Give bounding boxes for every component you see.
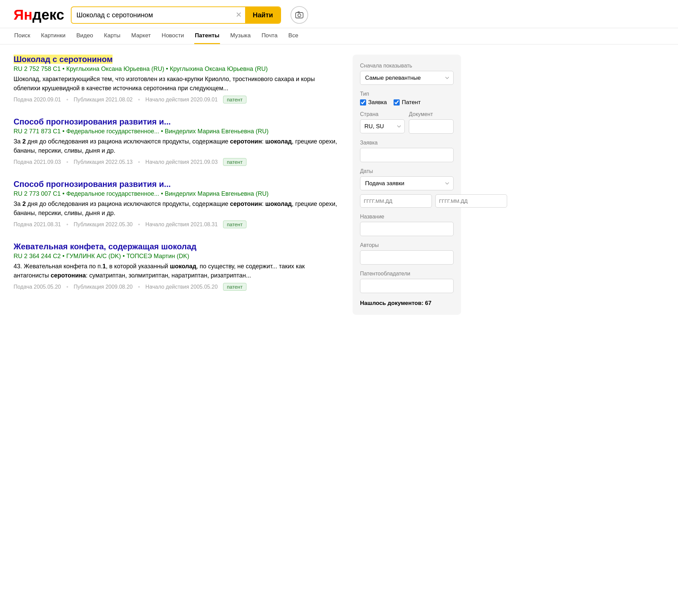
- tab-news[interactable]: Новости: [161, 28, 185, 44]
- meta-bullet-2: •: [138, 284, 140, 290]
- type-checkbox-patent[interactable]: Патент: [394, 99, 421, 106]
- result-title[interactable]: Шоколад с серотонином: [14, 55, 339, 64]
- patent-badge: патент: [223, 220, 246, 228]
- type-checkboxes: Заявка Патент: [360, 99, 454, 106]
- meta-active: Начало действия 2020.09.01: [145, 97, 218, 103]
- application-label: Заявка: [360, 140, 454, 146]
- patent-id-line: RU 2 752 758 C1 • Круглыхина Оксана Юрье…: [14, 65, 339, 73]
- meta-submission: Подача 2020.09.01: [14, 97, 61, 103]
- image-search-button[interactable]: [291, 6, 308, 24]
- result-snippet: Шоколад, характеризующийся тем, что изго…: [14, 75, 339, 93]
- meta-bullet-1: •: [66, 284, 68, 290]
- name-input[interactable]: [360, 222, 454, 236]
- logo-black: декс: [33, 7, 64, 23]
- type-checkbox-zayavka[interactable]: Заявка: [360, 99, 387, 106]
- meta-active: Начало действия 2021.08.31: [145, 222, 218, 228]
- sort-label: Сначала показывать: [360, 63, 454, 69]
- meta-bullet-2: •: [138, 97, 140, 103]
- title-highlighted: Шоколад с серотонином: [14, 55, 113, 64]
- filter-panel: Сначала показывать Самые релевантные Сна…: [353, 55, 461, 315]
- yandex-logo[interactable]: Яндекс: [14, 7, 64, 23]
- patent-badge: патент: [223, 158, 246, 166]
- table-row: Жевательная конфета, содержащая шоколад …: [14, 242, 339, 291]
- patent-id-line: RU 2 773 007 C1 • Федеральное государств…: [14, 190, 339, 197]
- doc-label: Документ: [409, 111, 454, 117]
- tab-maps[interactable]: Карты: [103, 28, 121, 44]
- patent-authors: • Федеральное государственное... • Винде…: [62, 128, 268, 135]
- dates-type-select[interactable]: Подача заявки Публикация Начало действия: [360, 176, 454, 190]
- checkbox-label-patent: Патент: [402, 99, 421, 106]
- result-title-link[interactable]: Шоколад с серотонином: [14, 55, 113, 64]
- svg-point-1: [298, 14, 301, 17]
- tab-music[interactable]: Музыка: [230, 28, 251, 44]
- patent-id-link[interactable]: RU 2 364 244 C2: [14, 253, 61, 259]
- date-range: [360, 194, 454, 208]
- patent-authors: • Круглыхина Оксана Юрьевна (RU) • Кругл…: [62, 65, 268, 72]
- authors-input[interactable]: [360, 250, 454, 265]
- patent-id-link[interactable]: RU 2 771 873 C1: [14, 128, 61, 135]
- meta-bullet-1: •: [66, 159, 68, 165]
- sort-select[interactable]: Самые релевантные Сначала новые Сначала …: [360, 71, 454, 85]
- meta-submission: Подача 2005.05.20: [14, 284, 61, 290]
- result-meta: Подача 2020.09.01 • Публикация 2021.08.0…: [14, 96, 339, 103]
- meta-active: Начало действия 2005.05.20: [145, 284, 218, 290]
- result-snippet: 43. Жевательная конфета по п.1, в которо…: [14, 262, 339, 280]
- meta-publication: Публикация 2022.05.30: [74, 222, 133, 228]
- tab-all[interactable]: Все: [288, 28, 299, 44]
- doc-input[interactable]: [409, 119, 454, 134]
- country-select[interactable]: RU, SU US EP WO: [360, 119, 405, 133]
- svg-rect-2: [298, 12, 300, 13]
- checkbox-zayavka[interactable]: [360, 99, 366, 105]
- table-row: Способ прогнозирования развития и... RU …: [14, 179, 339, 228]
- patent-authors: • ГУМЛИНК А/С (DK) • ТОПСЕЭ Мартин (DK): [62, 253, 189, 259]
- meta-submission: Подача 2021.09.03: [14, 159, 61, 165]
- name-label: Название: [360, 214, 454, 220]
- authors-label: Авторы: [360, 242, 454, 248]
- result-snippet: За 2 дня до обследования из рациона искл…: [14, 137, 339, 155]
- patent-authors: • Федеральное государственное... • Винде…: [62, 190, 268, 197]
- camera-icon: [295, 11, 304, 19]
- meta-publication: Публикация 2022.05.13: [74, 159, 133, 165]
- table-row: Шоколад с серотонином RU 2 752 758 C1 • …: [14, 55, 339, 103]
- patent-id-link[interactable]: RU 2 773 007 C1: [14, 190, 61, 197]
- date-from-input[interactable]: [360, 194, 432, 208]
- result-meta: Подача 2005.05.20 • Публикация 2009.08.2…: [14, 283, 339, 291]
- meta-bullet-1: •: [66, 222, 68, 228]
- patent-id-line: RU 2 771 873 C1 • Федеральное государств…: [14, 128, 339, 135]
- result-title-link[interactable]: Способ прогнозирования развития и...: [14, 117, 171, 126]
- meta-active: Начало действия 2021.09.03: [145, 159, 218, 165]
- tab-mail[interactable]: Почта: [261, 28, 278, 44]
- owners-input[interactable]: [360, 279, 454, 293]
- patent-id-line: RU 2 364 244 C2 • ГУМЛИНК А/С (DK) • ТОП…: [14, 253, 339, 260]
- date-to-input[interactable]: [435, 194, 507, 208]
- tab-market[interactable]: Маркет: [131, 28, 152, 44]
- tab-patents[interactable]: Патенты: [194, 28, 220, 44]
- search-input[interactable]: [72, 8, 232, 22]
- meta-bullet-1: •: [66, 97, 68, 103]
- main-layout: Шоколад с серотонином RU 2 752 758 C1 • …: [0, 44, 475, 325]
- checkbox-label-zayavka: Заявка: [368, 99, 387, 106]
- result-meta: Подача 2021.09.03 • Публикация 2022.05.1…: [14, 158, 339, 166]
- checkbox-patent[interactable]: [394, 99, 400, 105]
- header: Яндекс ✕ Найти: [0, 0, 678, 28]
- patent-badge: патент: [223, 283, 246, 291]
- search-bar: ✕ Найти: [71, 6, 281, 24]
- search-button[interactable]: Найти: [245, 7, 280, 23]
- svg-rect-0: [296, 13, 303, 18]
- patent-id-link[interactable]: RU 2 752 758 C1: [14, 65, 61, 72]
- result-title-link[interactable]: Жевательная конфета, содержащая шоколад: [14, 242, 197, 251]
- meta-publication: Публикация 2021.08.02: [74, 97, 133, 103]
- table-row: Способ прогнозирования развития и... RU …: [14, 117, 339, 166]
- result-meta: Подача 2021.08.31 • Публикация 2022.05.3…: [14, 220, 339, 228]
- tab-search[interactable]: Поиск: [14, 28, 31, 44]
- results-column: Шоколад с серотонином RU 2 752 758 C1 • …: [14, 55, 339, 315]
- logo-red: Ян: [14, 7, 33, 23]
- country-label: Страна: [360, 111, 405, 117]
- type-label: Тип: [360, 91, 454, 97]
- tab-video[interactable]: Видео: [76, 28, 94, 44]
- result-title-link[interactable]: Способ прогнозирования развития и...: [14, 179, 171, 189]
- search-clear-icon[interactable]: ✕: [232, 11, 245, 19]
- tab-images[interactable]: Картинки: [40, 28, 66, 44]
- patent-badge: патент: [223, 96, 246, 103]
- application-input[interactable]: [360, 148, 454, 162]
